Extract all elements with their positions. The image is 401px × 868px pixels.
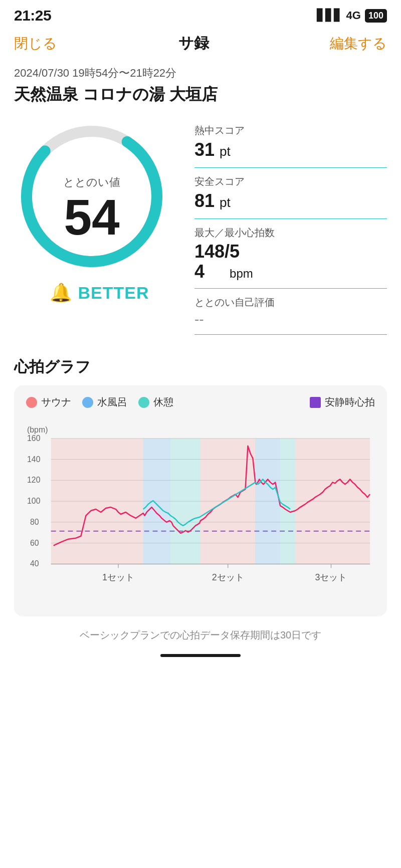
nav-bar: 閉じる サ録 編集する <box>0 28 401 61</box>
self-eval-item: ととのい自己評価 -- <box>194 296 387 335</box>
legend-sauna: サウナ <box>26 395 71 409</box>
rest-label: 休憩 <box>153 395 173 409</box>
svg-text:40: 40 <box>30 560 39 568</box>
status-bar: 21:25 ▋▋▋ 4G 100 <box>0 0 401 28</box>
close-button[interactable]: 閉じる <box>14 34 57 53</box>
stats-right: 熱中スコア 31 pt 安全スコア 81 pt 最大／最小心拍数 148/5 4… <box>194 119 387 342</box>
heart-rate-value: 148/5 4 bpm <box>194 242 387 281</box>
chart-area: (bpm) 160 140 120 100 80 60 40 <box>26 418 375 608</box>
graph-section: 心拍グラフ サウナ 水風呂 休憩 安静時心拍 <box>0 347 401 616</box>
gauge-bottom: 🔔 BETTER <box>14 282 184 303</box>
footer-note: ベーシックプランでの心拍データ保存期間は30日です <box>0 616 401 650</box>
nav-title: サ録 <box>178 33 209 54</box>
svg-rect-24 <box>280 439 295 564</box>
heat-score-item: 熱中スコア 31 pt <box>194 124 387 168</box>
svg-text:80: 80 <box>30 518 39 526</box>
water-label: 水風呂 <box>97 395 127 409</box>
svg-text:140: 140 <box>27 455 41 464</box>
session-date: 2024/07/30 19時54分〜21時22分 <box>14 66 387 81</box>
svg-text:160: 160 <box>27 434 41 443</box>
gauge-container: ととのい値 54 🔔 BETTER <box>14 119 184 303</box>
svg-rect-19 <box>51 439 143 564</box>
svg-text:(bpm): (bpm) <box>27 425 48 434</box>
svg-rect-23 <box>255 439 280 564</box>
edit-button[interactable]: 編集する <box>330 34 387 53</box>
home-indicator <box>0 650 401 664</box>
legend: サウナ 水風呂 休憩 安静時心拍 <box>26 395 375 409</box>
svg-rect-25 <box>295 439 370 564</box>
heat-score-value: 31 pt <box>194 139 387 160</box>
gauge-inner: ととのい値 54 <box>63 175 120 242</box>
sauna-label: サウナ <box>41 395 71 409</box>
heart-rate-item: 最大／最小心拍数 148/5 4 bpm <box>194 226 387 289</box>
graph-title: 心拍グラフ <box>14 357 387 377</box>
svg-rect-21 <box>170 439 200 564</box>
safety-score-label: 安全スコア <box>194 175 387 188</box>
graph-card: サウナ 水風呂 休憩 安静時心拍 (bpm) 160 <box>14 385 387 616</box>
heart-rate-label: 最大／最小心拍数 <box>194 226 387 240</box>
chart-svg: (bpm) 160 140 120 100 80 60 40 <box>26 418 375 608</box>
svg-text:100: 100 <box>27 497 41 505</box>
session-info: 2024/07/30 19時54分〜21時22分 天然温泉 コロナの湯 大垣店 <box>0 61 401 109</box>
svg-text:3セット: 3セット <box>315 572 347 582</box>
resting-hr-dot <box>310 397 321 408</box>
session-name: 天然温泉 コロナの湯 大垣店 <box>14 84 387 106</box>
gauge-value: 54 <box>63 192 120 242</box>
network-type: 4G <box>346 9 361 22</box>
self-eval-value: -- <box>194 311 387 327</box>
self-eval-label: ととのい自己評価 <box>194 296 387 309</box>
gauge-label: ととのい値 <box>63 175 120 190</box>
signal-icon: ▋▋▋ <box>317 9 342 22</box>
legend-rest: 休憩 <box>138 395 173 409</box>
water-dot <box>82 397 93 408</box>
status-icons: ▋▋▋ 4G 100 <box>317 9 387 23</box>
rest-dot <box>138 397 149 408</box>
heat-score-label: 熱中スコア <box>194 124 387 137</box>
svg-text:120: 120 <box>27 476 41 485</box>
svg-text:60: 60 <box>30 539 39 547</box>
svg-rect-20 <box>143 439 171 564</box>
safety-score-item: 安全スコア 81 pt <box>194 175 387 219</box>
safety-score-value: 81 pt <box>194 190 387 211</box>
sauna-dot <box>26 397 37 408</box>
legend-water: 水風呂 <box>82 395 127 409</box>
resting-hr-label: 安静時心拍 <box>325 395 375 409</box>
home-bar <box>160 654 241 657</box>
bell-icon: 🔔 <box>50 282 72 303</box>
svg-text:2セット: 2セット <box>212 572 244 582</box>
battery-indicator: 100 <box>365 9 387 23</box>
svg-text:1セット: 1セット <box>102 572 134 582</box>
legend-resting-hr: 安静時心拍 <box>310 395 375 409</box>
score-section: ととのい値 54 🔔 BETTER 熱中スコア 31 pt 安全スコア 81 p… <box>0 109 401 347</box>
better-label: BETTER <box>78 283 149 303</box>
status-time: 21:25 <box>14 7 51 24</box>
